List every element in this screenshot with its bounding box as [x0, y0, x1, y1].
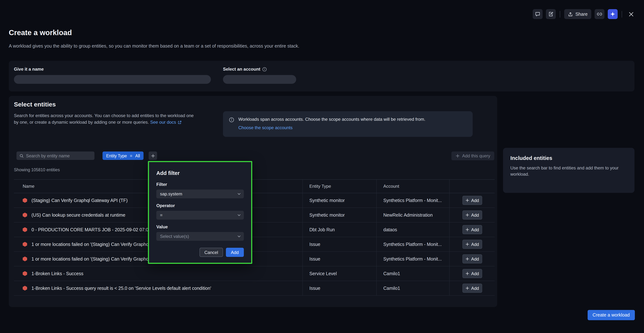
create-workload-button[interactable]: Create a workload — [588, 310, 635, 320]
cancel-button[interactable]: Cancel — [200, 248, 223, 257]
share-button[interactable]: Share — [564, 9, 591, 19]
filter-select[interactable]: sap.system — [156, 190, 244, 198]
name-label: Give it a name — [14, 67, 211, 72]
entity-type: Synthetic monitor — [303, 193, 377, 208]
entity-name: 1-Broken Links - Success query result is… — [32, 286, 211, 291]
scope-accounts-info: Workloads span across accounts. Choose t… — [223, 111, 473, 137]
entity-status-icon — [23, 198, 27, 203]
table-row: 1 or more locations failed on '(Staging)… — [14, 252, 494, 266]
add-filter-confirm-button[interactable]: Add — [226, 248, 244, 257]
chevron-down-icon — [237, 213, 241, 217]
table-row: 1 or more locations failed on '(Staging)… — [14, 237, 494, 252]
add-entity-button[interactable]: Add — [462, 284, 482, 293]
add-filter-popup: Add filter Filter sap.system Operator = … — [148, 161, 252, 264]
share-label: Share — [575, 11, 588, 17]
create-workload-page: Share Create a workload A workload gives… — [0, 0, 644, 333]
copy-link-button[interactable] — [594, 9, 604, 19]
add-entity-button[interactable]: Add — [462, 225, 482, 234]
workload-name-input[interactable] — [14, 75, 211, 84]
popup-actions: Cancel Add — [156, 248, 244, 257]
select-entities-title: Select entities — [14, 101, 56, 108]
entity-name: 0 - PRODUCTION CORE MARTS JOB - 2025-09-… — [32, 227, 151, 232]
workload-form-panel: Give it a name Select an account — [9, 61, 634, 91]
entity-type: Issue — [303, 281, 377, 295]
notes-icon — [548, 11, 554, 17]
entity-type: Dbt Job Run — [303, 223, 377, 237]
plus-icon — [465, 198, 469, 202]
entities-table: Name Entity Type Account (Staging) Can V… — [14, 179, 494, 296]
ai-assistant-button[interactable] — [608, 9, 618, 19]
scope-accounts-link[interactable]: Choose the scope accounts — [238, 125, 292, 130]
close-button[interactable] — [626, 9, 636, 19]
select-entities-panel: Select entities Search for entities acro… — [9, 96, 497, 307]
filter-label: Filter — [156, 182, 244, 187]
plus-icon — [456, 154, 460, 158]
included-entities-title: Included entities — [510, 155, 627, 161]
add-entity-button[interactable]: Add — [462, 254, 482, 264]
value-select[interactable]: Select value(s) — [156, 232, 244, 241]
link-icon — [597, 11, 602, 17]
entity-status-icon — [23, 257, 27, 261]
table-header: Name Entity Type Account — [14, 179, 494, 193]
docs-link[interactable]: See our docs — [150, 119, 182, 125]
table-row: 1-Broken Links - Success Service Level C… — [14, 266, 494, 281]
entity-name: 1 or more locations failed on '(Staging)… — [32, 256, 149, 262]
entity-account: NewRelic Administration — [377, 208, 450, 222]
included-entities-description: Use the search bar to find entities and … — [510, 165, 626, 177]
feedback-icon — [535, 11, 540, 17]
entity-type-filter-chip[interactable]: Entity Type = All — [102, 151, 144, 160]
filter-field-group: Filter sap.system — [156, 182, 244, 203]
divider — [560, 11, 560, 17]
table-row: 1-Broken Links - Success query result is… — [14, 281, 494, 296]
operator-select[interactable]: = — [156, 211, 244, 220]
add-entity-button[interactable]: Add — [462, 269, 482, 278]
entity-type: Issue — [303, 252, 377, 266]
account-field: Select an account — [223, 67, 296, 84]
table-row: (Staging) Can Verify Graphql Gateway API… — [14, 193, 494, 208]
account-label: Select an account — [223, 67, 296, 72]
notes-button[interactable] — [546, 9, 556, 19]
entity-account: Camilo1 — [377, 281, 450, 295]
table-row: 0 - PRODUCTION CORE MARTS JOB - 2025-09-… — [14, 223, 494, 237]
entity-name: (US) Can lookup secure credentials at ru… — [32, 212, 126, 218]
value-label: Value — [156, 224, 244, 229]
scope-accounts-text: Workloads span across accounts. Choose t… — [238, 117, 425, 122]
add-entity-button[interactable]: Add — [462, 240, 482, 249]
value-field-group: Value Select value(s) — [156, 224, 244, 246]
add-filter-button[interactable] — [149, 151, 157, 160]
page-title: Create a workload — [9, 28, 72, 37]
entity-account: Synthetics Platform - Monit... — [377, 237, 450, 251]
entity-count: Showing 105810 entities — [14, 168, 60, 172]
chevron-down-icon — [237, 235, 241, 238]
external-link-icon — [178, 120, 182, 124]
entity-search — [16, 151, 94, 160]
plus-icon — [465, 213, 469, 217]
add-entity-button[interactable]: Add — [462, 196, 482, 205]
entity-status-icon — [23, 271, 27, 276]
account-input[interactable] — [223, 75, 296, 84]
info-icon — [262, 67, 267, 71]
plus-icon — [465, 286, 469, 290]
column-header-actions — [450, 180, 494, 193]
plus-icon — [151, 153, 155, 158]
entity-account: Camilo1 — [377, 266, 450, 281]
entity-name: (Staging) Can Verify Graphql Gateway API… — [32, 198, 128, 203]
plus-icon — [465, 228, 469, 232]
entity-account: dataos — [377, 223, 450, 237]
operator-label: Operator — [156, 203, 244, 208]
search-icon — [20, 153, 24, 158]
add-entity-button[interactable]: Add — [462, 210, 482, 220]
entity-account: Synthetics Platform - Monit... — [377, 193, 450, 208]
add-this-query-button[interactable]: Add this query — [452, 151, 494, 160]
select-entities-description: Search for entities across your accounts… — [14, 113, 194, 125]
included-entities-panel: Included entities Use the search bar to … — [503, 148, 634, 193]
search-input[interactable] — [26, 153, 92, 158]
page-subtitle: A workload gives you the ability to grou… — [9, 43, 299, 49]
plus-icon — [465, 257, 469, 261]
table-row: (US) Can lookup secure credentials at ru… — [14, 208, 494, 223]
entity-account: Synthetics Platform - Monit... — [377, 252, 450, 266]
operator-field-group: Operator = — [156, 203, 244, 224]
close-icon — [628, 11, 634, 17]
entity-name: 1 or more locations failed on '(Staging)… — [32, 242, 149, 247]
feedback-button[interactable] — [532, 9, 542, 19]
